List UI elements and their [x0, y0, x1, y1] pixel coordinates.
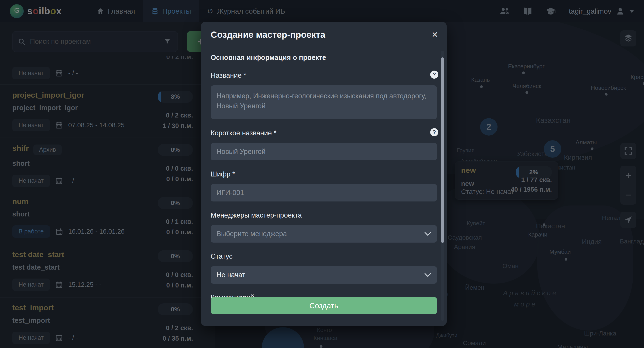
- modal-title: Создание мастер-проекта: [211, 30, 437, 40]
- name-textarea[interactable]: Например, Инженерно-геологические изыска…: [211, 85, 437, 119]
- short-name-input[interactable]: Новый Уренгой: [211, 143, 437, 160]
- chevron-down-icon: [424, 273, 431, 277]
- field-label-code: Шифр *: [211, 170, 437, 178]
- managers-select[interactable]: Выберите менеджера: [211, 225, 437, 243]
- code-input[interactable]: ИГИ-001: [211, 184, 437, 201]
- create-master-project-modal: Создание мастер-проекта × Основная инфор…: [201, 22, 447, 326]
- close-icon[interactable]: ×: [432, 29, 438, 39]
- field-label-managers: Менеджеры мастер-проекта: [211, 211, 437, 219]
- create-button[interactable]: Создать: [211, 297, 437, 314]
- modal-scrollbar[interactable]: [441, 57, 444, 243]
- status-select[interactable]: Не начат: [211, 266, 437, 284]
- help-icon[interactable]: ?: [430, 128, 438, 136]
- chevron-down-icon: [424, 232, 431, 236]
- field-label-name: Название * ?: [211, 71, 437, 80]
- modal-section-heading: Основная информация о проекте: [211, 54, 437, 62]
- field-label-short-name: Короткое название * ?: [211, 129, 437, 137]
- app-root: soilbox Главная Проекты ↺ Журнал событий…: [0, 0, 644, 348]
- help-icon[interactable]: ?: [430, 71, 438, 79]
- field-label-status: Статус: [211, 252, 437, 260]
